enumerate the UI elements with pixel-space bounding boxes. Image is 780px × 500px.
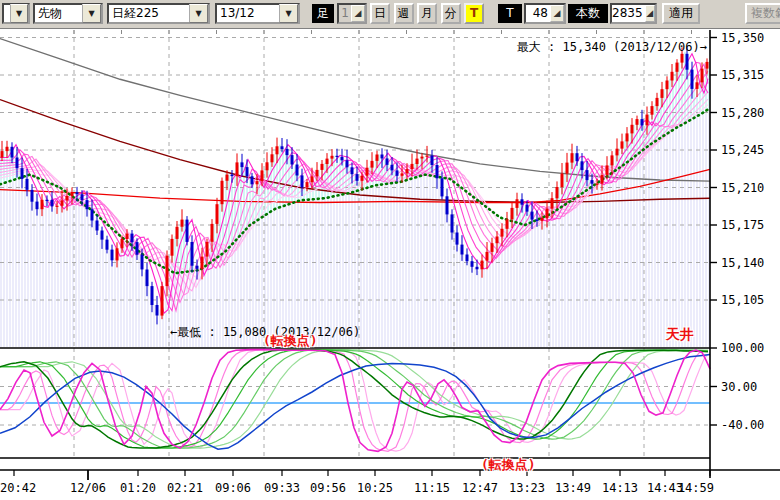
- svg-text:09:33: 09:33: [264, 481, 300, 495]
- svg-text:15,245: 15,245: [721, 143, 764, 157]
- spin-grip-icon: ◢: [351, 5, 365, 22]
- svg-text:10:25: 10:25: [357, 481, 393, 495]
- svg-text:20:42: 20:42: [0, 481, 36, 495]
- svg-text:09:56: 09:56: [310, 481, 346, 495]
- oscillator-layer: [0, 348, 710, 458]
- chart-canvas[interactable]: 15,35015,31515,28015,24515,21015,17515,1…: [0, 0, 780, 500]
- bars-value: 2835: [612, 4, 645, 23]
- interval-value: 1: [339, 4, 351, 23]
- svg-text:12/06: 12/06: [70, 481, 106, 495]
- period-button-3[interactable]: 分: [441, 3, 461, 24]
- svg-text:15,350: 15,350: [721, 31, 764, 45]
- tick-count-stepper[interactable]: 48 ◢: [524, 3, 566, 24]
- hatch-fill-layer: [1, 52, 709, 347]
- svg-text:15,210: 15,210: [721, 181, 764, 195]
- bars-stepper[interactable]: 2835 ◢: [610, 3, 657, 24]
- svg-text:15,105: 15,105: [721, 293, 764, 307]
- symbol-value: 日経225: [109, 4, 189, 23]
- svg-text:14:13: 14:13: [602, 481, 638, 495]
- chart-window: 15,35015,31515,28015,24515,21015,17515,1…: [0, 0, 780, 500]
- interval-stepper: 1 ◢: [337, 3, 367, 24]
- turning-point-upper-annotation: (転換点): [263, 332, 318, 350]
- symbol-select[interactable]: 日経225 ▼: [107, 3, 210, 24]
- spin-grip-icon[interactable]: ◢: [550, 5, 564, 22]
- toolbar: ▼ 先物 ▼ 日経225 ▼ 13/12 ▼ 足 1 ◢ 日週月分T T 48 …: [0, 0, 780, 29]
- svg-text:01:20: 01:20: [120, 481, 156, 495]
- chevron-down-icon[interactable]: ▼: [279, 4, 298, 23]
- tick-label: T: [498, 4, 522, 23]
- chevron-down-icon[interactable]: ▼: [82, 4, 101, 23]
- contract-value: 13/12: [217, 4, 279, 23]
- svg-text:15,175: 15,175: [721, 218, 764, 232]
- chevron-down-icon[interactable]: ▼: [10, 4, 28, 23]
- svg-text:11:15: 11:15: [414, 481, 450, 495]
- mini-combo[interactable]: ▼: [2, 3, 30, 24]
- tick-count-value: 48: [526, 4, 550, 23]
- bars-label: 本数: [568, 4, 608, 23]
- svg-text:02:21: 02:21: [167, 481, 203, 495]
- svg-text:15,315: 15,315: [721, 68, 764, 82]
- contract-select[interactable]: 13/12 ▼: [215, 3, 300, 24]
- chevron-down-icon[interactable]: ▼: [189, 4, 208, 23]
- ashi-label: 足: [312, 4, 334, 23]
- svg-text:09:06: 09:06: [215, 481, 251, 495]
- svg-text:15,140: 15,140: [721, 256, 764, 270]
- period-button-1[interactable]: 週: [394, 3, 414, 24]
- svg-text:14:59: 14:59: [678, 481, 714, 495]
- multi-symbol-button: 複数銘柄: [745, 3, 780, 24]
- category-select[interactable]: 先物 ▼: [33, 3, 103, 24]
- svg-text:100.00: 100.00: [721, 341, 764, 355]
- svg-text:13:49: 13:49: [555, 481, 591, 495]
- svg-text:15,280: 15,280: [721, 106, 764, 120]
- svg-text:30.00: 30.00: [721, 380, 757, 394]
- svg-text:-40.00: -40.00: [721, 418, 764, 432]
- apply-button[interactable]: 適用: [662, 3, 700, 24]
- max-price-annotation: 最大 : 15,340 (2013/12/06)→: [517, 39, 707, 56]
- category-value: 先物: [35, 4, 82, 23]
- svg-text:13:23: 13:23: [509, 481, 545, 495]
- spin-grip-icon[interactable]: ◢: [645, 5, 655, 22]
- period-button-0[interactable]: 日: [370, 3, 390, 24]
- period-button-2[interactable]: 月: [417, 3, 437, 24]
- ceiling-annotation: 天井: [666, 326, 694, 344]
- turning-point-lower-annotation: (転換点): [481, 456, 536, 474]
- period-button-4[interactable]: T: [464, 3, 484, 24]
- svg-text:12:47: 12:47: [462, 481, 498, 495]
